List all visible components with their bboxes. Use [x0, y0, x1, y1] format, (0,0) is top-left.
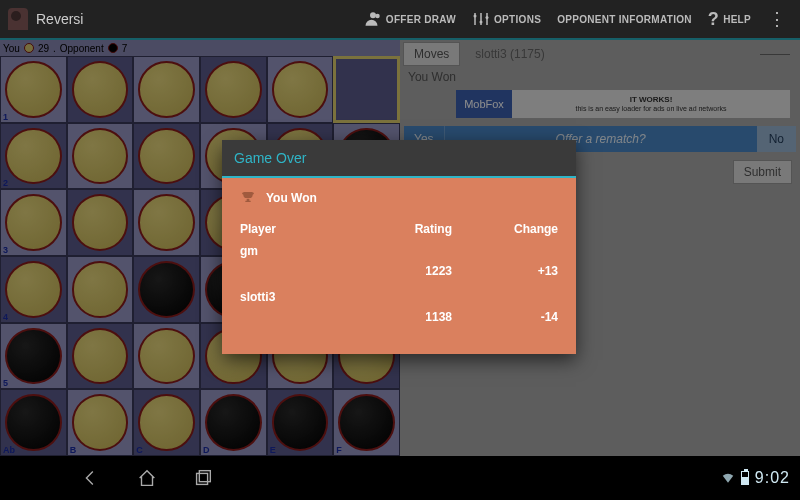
player-rating: 1138	[346, 310, 452, 324]
table-header: Player Rating Change	[240, 222, 558, 236]
dialog-result-text: You Won	[266, 191, 317, 205]
th-player: Player	[240, 222, 346, 236]
offer-draw-label: OFFER DRAW	[386, 14, 456, 25]
sliders-icon	[472, 10, 490, 28]
options-label: OPTIONS	[494, 14, 541, 25]
table-row: gm 1223 +13	[240, 244, 558, 278]
table-row: slotti3 1138 -14	[240, 290, 558, 324]
opponent-info-label: OPPONENT INFORMATION	[557, 14, 692, 25]
home-button[interactable]	[136, 467, 158, 489]
battery-icon	[741, 471, 749, 485]
player-change: -14	[452, 310, 558, 324]
app-logo-icon	[8, 8, 28, 30]
player-change: +13	[452, 264, 558, 278]
player-name: slotti3	[240, 290, 558, 304]
wifi-icon	[721, 471, 735, 485]
handshake-icon	[364, 10, 382, 28]
offer-draw-button[interactable]: OFFER DRAW	[359, 10, 461, 28]
player-rating: 1223	[346, 264, 452, 278]
opponent-info-button[interactable]: OPPONENT INFORMATION	[552, 14, 697, 25]
player-name: gm	[240, 244, 558, 258]
dialog-result-row: You Won	[240, 190, 558, 206]
back-button[interactable]	[80, 467, 102, 489]
clock: 9:02	[755, 469, 790, 487]
th-rating: Rating	[346, 222, 452, 236]
svg-rect-4	[197, 473, 208, 484]
svg-point-0	[375, 14, 380, 19]
th-change: Change	[452, 222, 558, 236]
options-button[interactable]: OPTIONS	[467, 10, 546, 28]
status-tray: 9:02	[681, 469, 800, 487]
dialog-title: Game Over	[222, 140, 576, 176]
help-button[interactable]: ? HELP	[703, 9, 756, 30]
trophy-icon	[240, 190, 256, 206]
svg-point-2	[480, 21, 483, 24]
svg-point-3	[486, 16, 489, 19]
app-bar: Reversi OFFER DRAW OPTIONS OPPONENT INFO…	[0, 0, 800, 38]
nav-buttons	[80, 467, 214, 489]
help-label: HELP	[723, 14, 751, 25]
action-bar: OFFER DRAW OPTIONS OPPONENT INFORMATION …	[359, 8, 792, 30]
system-bar: 9:02	[0, 456, 800, 500]
dialog-body: You Won Player Rating Change gm 1223 +13…	[222, 178, 576, 354]
recents-button[interactable]	[192, 467, 214, 489]
game-over-dialog: Game Over You Won Player Rating Change g…	[222, 140, 576, 354]
svg-point-1	[474, 15, 477, 18]
download-icon	[681, 471, 695, 485]
overflow-menu-button[interactable]: ⋮	[762, 8, 792, 30]
question-icon: ?	[708, 9, 719, 30]
svg-rect-5	[199, 471, 210, 482]
usb-icon	[701, 471, 715, 485]
app-title: Reversi	[36, 11, 83, 27]
